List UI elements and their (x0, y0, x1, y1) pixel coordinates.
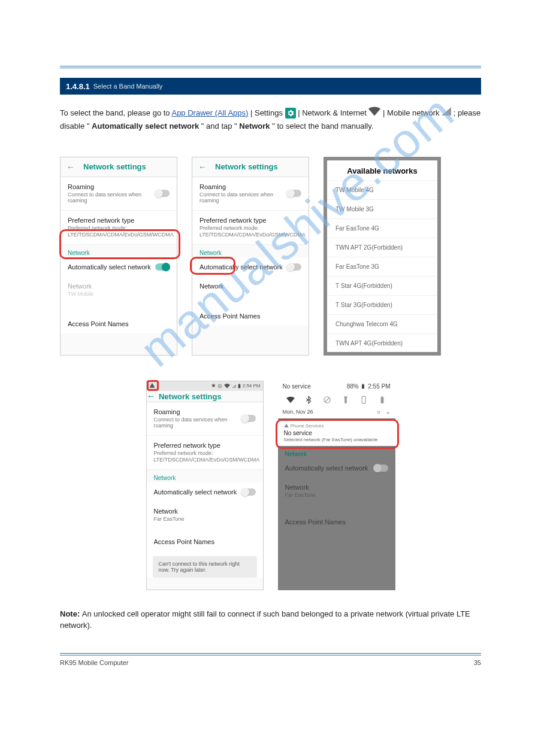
screenshot-row-2: ✱ 2:54 PM ← Network settings Roaming Con… (60, 381, 481, 590)
network-sub: Far EasTone (154, 516, 256, 523)
note-paragraph: Note: An unlocked cell operator might st… (60, 608, 481, 631)
available-network-item[interactable]: TWN APT 4G(Forbidden) (327, 333, 437, 353)
auto-select-row[interactable]: Automatically select network (61, 257, 177, 277)
back-icon[interactable]: ← (147, 391, 156, 401)
roaming-row[interactable]: Roaming Connect to data services when ro… (61, 177, 177, 211)
screen-title: Network settings (159, 392, 222, 401)
available-network-item[interactable]: TW Mobile 3G (327, 199, 437, 218)
roaming-toggle[interactable] (155, 190, 170, 197)
network-row[interactable]: Network Far EasTone (147, 502, 263, 529)
pref-title: Preferred network type (68, 217, 170, 224)
footer-left: RK95 Mobile Computer (60, 659, 128, 666)
apn-title: Access Point Names (200, 312, 301, 320)
available-network-item[interactable]: TW Mobile 4G (327, 180, 437, 199)
network-title: Network (154, 508, 256, 515)
roaming-toggle[interactable] (241, 415, 256, 422)
shade-date: Mon, Nov 26 (283, 409, 313, 415)
available-network-item[interactable]: TWN APT 2G(Forbidden) (327, 238, 437, 257)
flashlight-icon[interactable] (341, 396, 350, 404)
pref-sub: Preferred network mode: LTE/TDSCDMA/CDMA… (200, 225, 301, 238)
network-section-label: Network (61, 245, 177, 257)
battery-icon[interactable] (378, 396, 386, 404)
apn-row[interactable]: Access Point Names (61, 303, 177, 333)
auto-title: Automatically select network (285, 464, 374, 472)
pref-sub: Preferred network mode: LTE/TDSCDMA/CDMA… (68, 225, 170, 238)
network-title: Network (68, 283, 170, 290)
network-title: Network (200, 283, 301, 290)
auto-title: Automatically select network (200, 263, 287, 271)
pref-title: Preferred network type (154, 442, 256, 449)
roaming-sub: Connect to data services when roaming (154, 417, 241, 430)
wifi-icon (368, 107, 380, 120)
rotate-icon[interactable] (359, 396, 368, 404)
svg-point-1 (219, 385, 220, 387)
notification-card[interactable]: Phone Services No service Selected netwo… (278, 420, 395, 446)
auto-select-row[interactable]: Automatically select network (147, 482, 263, 502)
apn-row[interactable]: Access Point Names (278, 504, 395, 532)
network-row: Network TW Mobile (61, 277, 177, 303)
wifi-icon[interactable] (286, 396, 295, 404)
auto-toggle[interactable] (241, 488, 256, 496)
preferred-type-row[interactable]: Preferred network type Preferred network… (147, 436, 263, 470)
intro-paragraph: To select the band, please go to App Dra… (60, 107, 481, 133)
auto-toggle[interactable] (155, 263, 170, 271)
screenshot-notification-shade: No service 88% 2:55 PM Mon, Nov 26 ☼ ⌄ (278, 381, 395, 590)
auto-select-row[interactable]: Automatically select network (278, 459, 395, 478)
pref-title: Preferred network type (200, 217, 301, 224)
dnd-icon[interactable] (323, 396, 331, 404)
status-bar: ✱ 2:54 PM (147, 381, 263, 391)
section-number: 1.4.8.1 (66, 82, 90, 91)
auto-select-row[interactable]: Automatically select network (192, 257, 309, 277)
preferred-type-row[interactable]: Preferred network type Preferred network… (192, 211, 309, 245)
notif-title: No service (284, 430, 389, 436)
available-network-item[interactable]: Far EasTone 4G (327, 218, 437, 238)
app-drawer-link[interactable]: App Drawer (All Apps) (171, 108, 248, 117)
page-footer: RK95 Mobile Computer 35 (60, 659, 481, 666)
available-network-item[interactable]: T Star 4G(Forbidden) (327, 276, 437, 295)
top-rule (60, 66, 481, 68)
auto-toggle[interactable] (287, 263, 301, 271)
page-title-bar: 1.4.8.1 Select a Band Manually (60, 78, 481, 95)
svg-rect-2 (238, 384, 240, 388)
available-network-item[interactable]: Chunghwa Telecom 4G (327, 314, 437, 333)
available-network-item[interactable]: Far EasTone 3G (327, 257, 437, 276)
roaming-toggle[interactable] (287, 190, 301, 197)
screenshot-4: ✱ 2:54 PM ← Network settings Roaming Con… (146, 381, 264, 590)
available-network-item[interactable]: T Star 3G(Forbidden) (327, 295, 437, 314)
svg-rect-3 (239, 384, 240, 384)
roaming-row[interactable]: Roaming Connect to data services when ro… (192, 177, 309, 211)
quick-settings[interactable] (278, 392, 395, 406)
shade-status-bar: No service 88% 2:55 PM (278, 381, 395, 392)
apn-row[interactable]: Access Point Names (147, 529, 263, 551)
intro-text-3: | Network & Internet (298, 108, 368, 117)
signal-icon (442, 107, 451, 120)
auto-select-label: Automatically select network (92, 122, 199, 130)
back-icon[interactable]: ← (198, 162, 207, 172)
roaming-row[interactable]: Roaming Connect to data services when ro… (147, 402, 263, 436)
roaming-sub: Connect to data services when roaming (68, 192, 155, 205)
auto-toggle[interactable] (374, 464, 388, 472)
settings-icon[interactable]: ☼ ⌄ (376, 409, 391, 415)
bluetooth-icon[interactable] (304, 396, 313, 404)
status-time: 2:54 PM (243, 383, 261, 388)
shade-date-row: Mon, Nov 26 ☼ ⌄ (278, 406, 395, 418)
note-text: An unlocked cell operator might still fa… (60, 609, 470, 630)
pref-sub: Preferred network mode: LTE/TDSCDMA/CDMA… (154, 450, 256, 463)
section-subtitle: Select a Band Manually (93, 83, 163, 90)
auto-title: Automatically select network (154, 488, 241, 496)
network-label: Network (239, 122, 270, 130)
back-icon[interactable]: ← (67, 162, 75, 172)
shade-time: 2:55 PM (368, 383, 390, 390)
network-title: Network (285, 484, 388, 491)
screenshot-row-1: ← Network settings Roaming Connect to da… (60, 157, 481, 356)
intro-text-4: | Mobile network (383, 108, 442, 117)
apn-title: Access Point Names (154, 538, 256, 545)
svg-rect-5 (363, 384, 364, 384)
network-row[interactable]: Network (192, 277, 309, 296)
alert-icon (149, 382, 155, 390)
auto-title: Automatically select network (68, 263, 155, 271)
preferred-type-row[interactable]: Preferred network type Preferred network… (61, 211, 177, 245)
network-row[interactable]: Network Far EasTone (278, 478, 395, 504)
page-number: 35 (474, 659, 481, 666)
apn-row[interactable]: Access Point Names (192, 296, 309, 326)
